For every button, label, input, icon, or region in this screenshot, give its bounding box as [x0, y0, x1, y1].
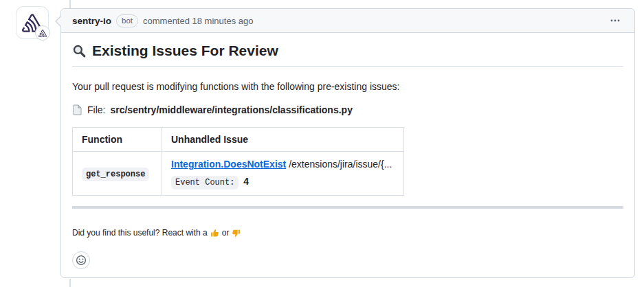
feedback-note: Did you find this useful? React with a o… — [72, 228, 623, 238]
sentry-bot-avatar[interactable] — [16, 7, 48, 38]
event-count-value: 4 — [243, 176, 249, 187]
file-icon — [72, 104, 82, 115]
smiley-icon — [76, 255, 87, 266]
magnifying-glass-icon — [72, 44, 87, 58]
sentry-logo-badge — [35, 25, 50, 41]
kebab-icon — [610, 15, 621, 26]
heading: Existing Issues For Review — [72, 42, 623, 67]
event-count-label: Event Count: — [171, 176, 238, 190]
function-name-code: get_response — [82, 168, 149, 181]
author-link[interactable]: sentry-io — [72, 16, 111, 26]
bot-badge: bot — [116, 14, 138, 27]
issue-cell: Integration.DoesNotExist /extensions/jir… — [162, 152, 404, 196]
intro-text: Your pull request is modifying functions… — [72, 80, 623, 93]
thumbs-up-icon — [210, 229, 219, 238]
event-count-line: Event Count: 4 — [171, 175, 395, 189]
file-label: File: — [87, 104, 105, 116]
issues-table: Function Unhandled Issue get_response In… — [72, 127, 404, 196]
sentry-logo-icon — [38, 30, 47, 37]
heading-text: Existing Issues For Review — [92, 42, 278, 60]
kebab-menu-button[interactable] — [607, 14, 623, 27]
file-path: src/sentry/middleware/integrations/class… — [110, 104, 352, 116]
function-cell: get_response — [73, 152, 162, 196]
thumbs-down-icon — [232, 229, 241, 238]
file-line: File: src/sentry/middleware/integrations… — [72, 104, 623, 116]
add-reaction-button[interactable] — [72, 251, 90, 269]
comment-timestamp[interactable]: commented 18 minutes ago — [143, 16, 253, 26]
issue-link[interactable]: Integration.DoesNotExist — [171, 159, 286, 170]
comment-body: Existing Issues For Review Your pull req… — [61, 33, 634, 269]
column-header-unhandled-issue: Unhandled Issue — [162, 128, 404, 152]
issue-line: Integration.DoesNotExist /extensions/jir… — [171, 158, 395, 170]
comment-header: sentry-io bot commented 18 minutes ago — [61, 9, 634, 33]
divider — [72, 206, 623, 209]
feedback-text: or — [222, 228, 230, 238]
feedback-text: Did you find this useful? React with a — [72, 228, 208, 238]
table-row: get_response Integration.DoesNotExist /e… — [73, 152, 404, 196]
table-header-row: Function Unhandled Issue — [73, 128, 404, 152]
comment-card: sentry-io bot commented 18 minutes ago E… — [60, 8, 635, 278]
issue-path: /extensions/jira/issue/{... — [289, 159, 392, 170]
column-header-function: Function — [73, 128, 162, 152]
timeline-thread-line — [69, 279, 71, 287]
